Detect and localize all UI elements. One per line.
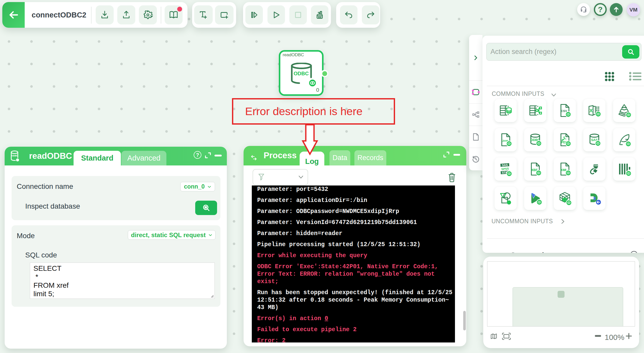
svg-text:ODBC: ODBC [294, 71, 309, 76]
svg-text:ODBC: ODBC [12, 154, 18, 157]
